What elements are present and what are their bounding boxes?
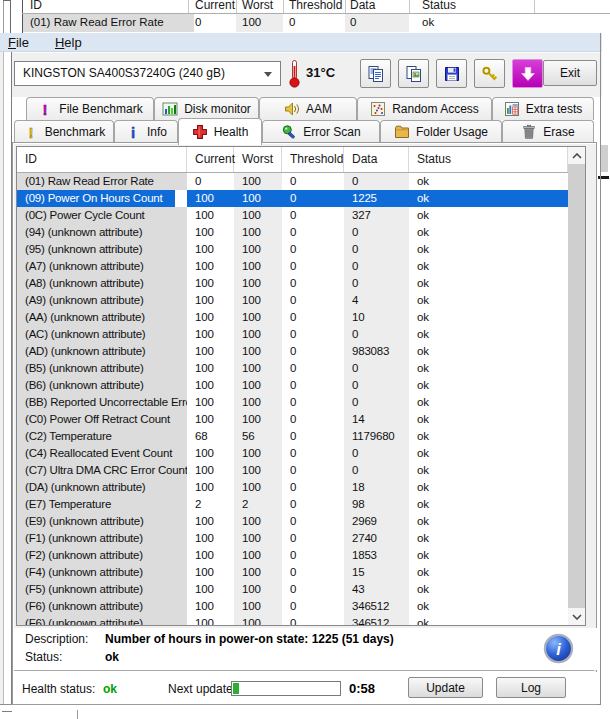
cell: 0	[282, 207, 344, 224]
table-row[interactable]: (AA) (unknown attribute)100100010ok	[17, 309, 568, 326]
cell: ok	[409, 326, 568, 343]
column-header-current[interactable]: Current	[187, 147, 234, 172]
table-row[interactable]: (09) Power On Hours Count10010001225ok	[17, 190, 568, 207]
menu-help[interactable]: Help	[55, 35, 82, 50]
cell: ok	[409, 275, 568, 292]
table-row[interactable]: (F2) (unknown attribute)10010001853ok	[17, 547, 568, 564]
temperature-value: 31°C	[306, 65, 335, 80]
table-row[interactable]: (01) Raw Read Error Rate010000ok	[17, 173, 568, 190]
exit-button[interactable]: Exit	[543, 60, 597, 86]
speaker-icon	[284, 101, 300, 117]
cell: 0	[187, 173, 234, 190]
options-keys-button[interactable]	[474, 59, 505, 88]
table-row[interactable]: (F5) (unknown attribute)100100043ok	[17, 581, 568, 598]
table-row[interactable]: (F6) (unknown attribute)1001000346512ok	[17, 615, 568, 625]
table-row[interactable]: (BB) Reported Uncorrectable Errors100100…	[17, 394, 568, 411]
tab-erase[interactable]: Erase	[502, 120, 594, 143]
cell: 100	[187, 394, 234, 411]
cell: 1853	[344, 547, 409, 564]
table-row[interactable]: (0C) Power Cycle Count1001000327ok	[17, 207, 568, 224]
tab-disk-monitor[interactable]: Disk monitor	[154, 97, 259, 120]
table-row[interactable]: (95) (unknown attribute)10010000ok	[17, 241, 568, 258]
tab-aam[interactable]: AAM	[259, 97, 357, 120]
table-row[interactable]: (AD) (unknown attribute)1001000983083ok	[17, 343, 568, 360]
table-row[interactable]: (F4) (unknown attribute)100100015ok	[17, 564, 568, 581]
cell: 327	[344, 207, 409, 224]
cell: 100	[234, 377, 282, 394]
table-row[interactable]: (94) (unknown attribute)10010000ok	[17, 224, 568, 241]
info-icon: i	[543, 633, 574, 664]
table-row[interactable]: (DA) (unknown attribute)100100018ok	[17, 479, 568, 496]
cell: 0	[282, 547, 344, 564]
cell: 15	[344, 564, 409, 581]
table-row[interactable]: (A8) (unknown attribute)10010000ok	[17, 275, 568, 292]
menu-file[interactable]: File	[8, 35, 29, 50]
column-header-id[interactable]: ID	[17, 147, 187, 172]
vertical-scrollbar[interactable]	[568, 147, 585, 625]
scatter-icon	[370, 101, 386, 117]
window-right-border	[600, 33, 601, 705]
bg-col-header: ID	[30, 0, 42, 12]
cell: (B6) (unknown attribute)	[17, 377, 187, 394]
table-row[interactable]: (C4) Reallocated Event Count10010000ok	[17, 445, 568, 462]
log-button[interactable]: Log	[496, 677, 566, 698]
table-row[interactable]: (B6) (unknown attribute)10010000ok	[17, 377, 568, 394]
table-row[interactable]: (E9) (unknown attribute)10010002969ok	[17, 513, 568, 530]
tab-extra-tests[interactable]: Extra tests	[492, 97, 594, 120]
cell: ok	[409, 292, 568, 309]
cell: ok	[409, 377, 568, 394]
cell: 0	[282, 428, 344, 445]
table-row[interactable]: (E7) Temperature22098ok	[17, 496, 568, 513]
bg-cell: 0	[350, 16, 356, 28]
cell: ok	[409, 394, 568, 411]
column-header-worst[interactable]: Worst	[234, 147, 282, 172]
column-header-data[interactable]: Data	[344, 147, 409, 172]
cell: ok	[409, 258, 568, 275]
copy-image-button[interactable]	[398, 59, 429, 88]
table-row[interactable]: (A9) (unknown attribute)10010004ok	[17, 292, 568, 309]
tab-info[interactable]: iInfo	[114, 120, 178, 143]
cell: 100	[187, 462, 234, 479]
column-header-threshold[interactable]: Threshold	[282, 147, 344, 172]
table-row[interactable]: (C7) Ultra DMA CRC Error Count10010000ok	[17, 462, 568, 479]
table-row[interactable]: (A7) (unknown attribute)10010000ok	[17, 258, 568, 275]
cell: 0	[282, 292, 344, 309]
bg-frame-line	[3, 0, 11, 1]
cell: 2	[234, 496, 282, 513]
cell: 100	[187, 224, 234, 241]
tab-benchmark[interactable]: !Benchmark	[14, 120, 114, 143]
table-row[interactable]: (AC) (unknown attribute)10010000ok	[17, 326, 568, 343]
table-row[interactable]: (F1) (unknown attribute)10010002740ok	[17, 530, 568, 547]
tab-folder-usage[interactable]: Folder Usage	[380, 120, 502, 143]
copy-text-button[interactable]	[360, 59, 391, 88]
cell: (95) (unknown attribute)	[17, 241, 187, 258]
table-row[interactable]: (C0) Power Off Retract Count100100014ok	[17, 411, 568, 428]
column-header-status[interactable]: Status	[409, 147, 568, 172]
cell: 2740	[344, 530, 409, 547]
cell: ok	[409, 581, 568, 598]
cell: 346512	[344, 598, 409, 615]
tab-health[interactable]: Health	[178, 118, 262, 145]
keys-icon	[481, 65, 499, 83]
cell: 18	[344, 479, 409, 496]
cell: 0	[344, 394, 409, 411]
cell: 100	[234, 530, 282, 547]
tab-error-scan[interactable]: Error Scan	[262, 120, 380, 143]
cell: 10	[344, 309, 409, 326]
save-button[interactable]	[436, 59, 467, 88]
cell: 100	[234, 445, 282, 462]
table-row[interactable]: (B5) (unknown attribute)10010000ok	[17, 360, 568, 377]
table-row[interactable]: (C2) Temperature685601179680ok	[17, 428, 568, 445]
tab-random-access[interactable]: Random Access	[357, 97, 492, 120]
bg-cell: (01) Raw Read Error Rate	[30, 16, 164, 28]
cell: 100	[187, 326, 234, 343]
table-row[interactable]: (F6) (unknown attribute)1001000346512ok	[17, 598, 568, 615]
tab-file-benchmark[interactable]: !File Benchmark	[26, 97, 154, 120]
scroll-down-button[interactable]	[568, 608, 585, 625]
update-button[interactable]: Update	[408, 677, 483, 698]
download-button[interactable]	[512, 59, 543, 88]
cell: ok	[409, 564, 568, 581]
scroll-up-button[interactable]	[568, 147, 585, 164]
drive-select[interactable]: KINGSTON SA400S37240G (240 gB)	[14, 61, 281, 86]
cell: 100	[187, 411, 234, 428]
